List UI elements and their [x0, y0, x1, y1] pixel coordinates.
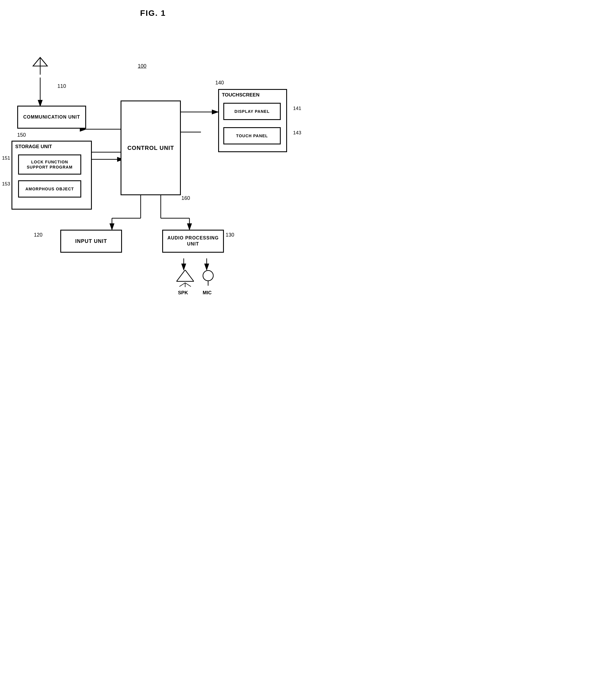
mic-icon — [199, 270, 217, 287]
touchscreen-label: TOUCHSCREEN — [222, 92, 260, 98]
storage-unit-label: STORAGE UNIT — [15, 144, 52, 150]
speaker-icon — [174, 270, 197, 287]
svg-point-32 — [203, 271, 213, 281]
control-unit-box: CONTROL UNIT — [121, 100, 181, 195]
svg-line-31 — [185, 283, 191, 287]
touch-panel-box: TOUCH PANEL — [223, 127, 281, 145]
ref-120-label: 120 — [34, 232, 42, 238]
display-panel-box: DISPLAY PANEL — [223, 103, 281, 120]
touchscreen-outer-box: TOUCHSCREEN DISPLAY PANEL 141 TOUCH PANE… — [218, 89, 287, 152]
ref-143-label: 143 — [293, 130, 301, 136]
audio-processing-unit-box: AUDIO PROCESSING UNIT — [162, 230, 224, 253]
mic-label: MIC — [203, 290, 211, 296]
amorphous-object-box: AMORPHOUS OBJECT — [18, 180, 81, 197]
fig-title: FIG. 1 — [140, 9, 166, 18]
lock-function-box: LOCK FUNCTION SUPPORT PROGRAM — [18, 154, 81, 175]
antenna-icon — [30, 55, 50, 78]
communication-unit-box: COMMUNICATION UNIT — [17, 106, 86, 129]
ref-110-label: 110 — [57, 83, 66, 89]
ref-100-label: 100 — [138, 63, 147, 69]
diagram-container: FIG. 1 100 110 COMMUNICATION UNIT 150 ST… — [0, 0, 306, 350]
ref-153-label: 153 — [2, 181, 10, 187]
ref-151-label: 151 — [2, 155, 10, 161]
ref-130-label: 130 — [226, 232, 234, 238]
ref-140-label: 140 — [215, 80, 224, 86]
spk-label: SPK — [178, 290, 188, 296]
storage-unit-outer-box: STORAGE UNIT 151 LOCK FUNCTION SUPPORT P… — [12, 141, 92, 210]
svg-line-26 — [177, 270, 185, 282]
svg-line-27 — [185, 270, 194, 282]
ref-150-label: 150 — [17, 132, 26, 138]
svg-line-29 — [179, 283, 185, 287]
ref-160-label: 160 — [181, 195, 190, 201]
ref-141-label: 141 — [293, 106, 301, 111]
input-unit-box: INPUT UNIT — [60, 230, 122, 253]
